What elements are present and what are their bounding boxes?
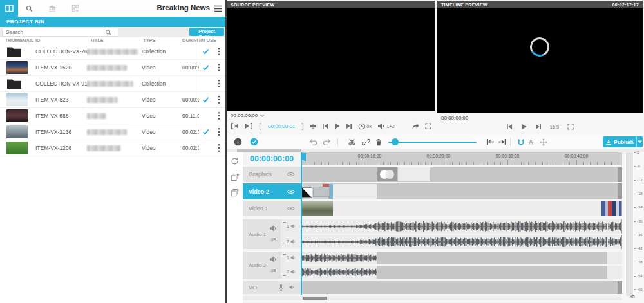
prev-frame-icon[interactable]: [506, 124, 513, 130]
remove-track-icon[interactable]: [231, 188, 240, 197]
column-header[interactable]: DURATION: [182, 37, 200, 43]
table-row[interactable]: ITEM-VX-2136Video00:02:3: [0, 124, 225, 140]
mic-icon[interactable]: [278, 284, 284, 291]
graphic-clip-body[interactable]: [397, 167, 430, 181]
track-lane[interactable]: [301, 167, 622, 182]
row-menu-icon[interactable]: [218, 79, 220, 88]
mark-out-icon[interactable]: [301, 123, 304, 130]
project-setting-button[interactable]: Project Setting: [189, 28, 224, 36]
publish-dropdown[interactable]: [636, 136, 643, 147]
track-lane[interactable]: [301, 281, 622, 294]
audio-clip[interactable]: [301, 266, 377, 279]
prev-frame-icon[interactable]: [322, 123, 328, 129]
column-header[interactable]: TYPE: [143, 37, 178, 43]
track-header-video-1[interactable]: Video 1: [243, 201, 301, 216]
redo-icon[interactable]: [321, 134, 332, 149]
tab-library[interactable]: [43, 0, 62, 17]
speed-control[interactable]: 0x: [358, 123, 372, 130]
razor-all-icon[interactable]: [525, 134, 536, 149]
track-header-graphics[interactable]: Graphics: [243, 167, 301, 182]
eye-icon[interactable]: [287, 172, 295, 178]
tab-export[interactable]: [66, 0, 85, 17]
info-icon[interactable]: [232, 134, 243, 149]
speaker-icon[interactable]: [290, 270, 296, 274]
zoom-slider-handle[interactable]: [392, 138, 399, 145]
speaker-icon[interactable]: [269, 225, 277, 232]
row-menu-icon[interactable]: [218, 63, 220, 72]
column-header[interactable]: ID: [35, 37, 87, 43]
goto-out-icon[interactable]: [245, 123, 253, 129]
table-row[interactable]: ITEM-VX-823Video00:00:1: [0, 92, 225, 108]
menu-icon[interactable]: [214, 5, 222, 12]
goto-in-icon[interactable]: [231, 123, 239, 129]
speaker-icon[interactable]: [289, 285, 294, 289]
speaker-icon[interactable]: [290, 239, 296, 244]
track-header-audio-2[interactable]: Audio 2dB: [243, 252, 281, 279]
aspect-ratio-button[interactable]: 16:9: [550, 124, 560, 130]
send-to-timeline-icon[interactable]: [412, 123, 419, 129]
play-icon[interactable]: [521, 124, 527, 130]
link-icon[interactable]: [360, 134, 372, 149]
fullscreen-icon[interactable]: [567, 124, 574, 130]
audio-clip[interactable]: [607, 252, 622, 264]
table-row[interactable]: COLLECTION-VX-769Collection: [0, 44, 225, 60]
fullscreen-icon[interactable]: [425, 123, 431, 129]
tab-search[interactable]: [19, 0, 39, 17]
scrollbar-thumb[interactable]: [237, 149, 301, 152]
table-row[interactable]: ITEM-VX-1520Video00:00:5: [0, 60, 225, 76]
publish-button[interactable]: Publish: [603, 136, 643, 147]
speaker-icon[interactable]: [290, 255, 296, 260]
search-input[interactable]: [2, 28, 118, 37]
timeline-ruler[interactable]: 00:00:10:0000:00:20:0000:00:30:0000:00:4…: [301, 152, 622, 165]
trash-icon[interactable]: [373, 134, 384, 149]
ruler-tick: [528, 162, 529, 165]
mark-in-icon[interactable]: [259, 123, 262, 130]
extract-icon[interactable]: [496, 134, 507, 149]
track-header-video-2[interactable]: Video 2: [243, 183, 301, 199]
next-frame-icon[interactable]: [346, 123, 352, 129]
row-menu-icon[interactable]: [218, 143, 220, 152]
video-clip[interactable]: [301, 201, 621, 216]
row-menu-icon[interactable]: [218, 127, 220, 136]
history-icon[interactable]: [231, 157, 239, 165]
track-header-audio-1[interactable]: Audio 1dB: [243, 219, 281, 249]
scrollbar-thumb[interactable]: [303, 297, 327, 300]
column-header[interactable]: IN USE: [200, 37, 220, 43]
next-frame-icon[interactable]: [535, 124, 542, 130]
audio-clip[interactable]: [607, 266, 622, 279]
razor-icon[interactable]: [310, 123, 316, 129]
undo-icon[interactable]: [307, 134, 319, 149]
speaker-icon[interactable]: [269, 256, 277, 262]
eye-icon[interactable]: [287, 188, 295, 194]
column-header[interactable]: TITLE: [90, 37, 138, 43]
move-tool-icon[interactable]: [538, 134, 549, 149]
audio-clip[interactable]: [301, 252, 377, 264]
track-header-vo[interactable]: VO: [243, 281, 301, 294]
preview-scrollbar[interactable]: [227, 149, 644, 152]
table-row[interactable]: ITEM-VX-688Video00:11:0: [0, 108, 225, 124]
audio-channel-control[interactable]: 1+2: [377, 123, 395, 129]
graphic-clip[interactable]: [377, 167, 397, 181]
lift-icon[interactable]: [484, 134, 496, 149]
play-icon[interactable]: [334, 123, 340, 129]
db-toggle[interactable]: dB: [270, 268, 276, 273]
validate-icon[interactable]: [248, 134, 260, 149]
video-clip[interactable]: [301, 184, 377, 199]
table-row[interactable]: COLLECTION-VX-911Collection: [0, 76, 225, 92]
speaker-icon[interactable]: [290, 224, 296, 228]
source-timecode-dropdown[interactable]: 00:00:00:00: [231, 113, 265, 118]
audio-clip[interactable]: [301, 235, 621, 249]
zoom-slider-track[interactable]: [388, 142, 477, 143]
audio-clip[interactable]: [301, 219, 621, 234]
db-toggle[interactable]: dB: [270, 237, 276, 242]
add-track-icon[interactable]: [231, 173, 240, 181]
column-header[interactable]: THUMBNAIL: [5, 37, 34, 43]
timeline-scrollbar[interactable]: [243, 296, 622, 300]
table-row[interactable]: ITEM-VX-1208Video00:02:0: [0, 140, 225, 156]
row-menu-icon[interactable]: [218, 111, 220, 120]
row-menu-icon[interactable]: [218, 95, 220, 104]
row-menu-icon[interactable]: [218, 47, 220, 56]
eye-icon[interactable]: [287, 206, 295, 212]
tab-project-bin[interactable]: [0, 0, 18, 17]
scissors-icon[interactable]: [346, 134, 357, 149]
